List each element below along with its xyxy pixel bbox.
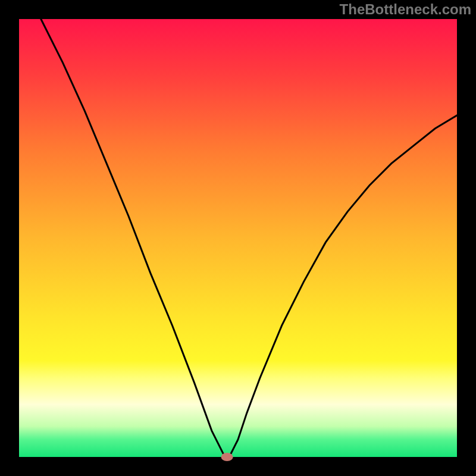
chart-background (19, 19, 457, 457)
bottleneck-chart (0, 0, 476, 476)
watermark-text: TheBottleneck.com (340, 1, 471, 18)
optimal-point-marker (221, 453, 233, 461)
chart-container: TheBottleneck.com (0, 0, 476, 476)
